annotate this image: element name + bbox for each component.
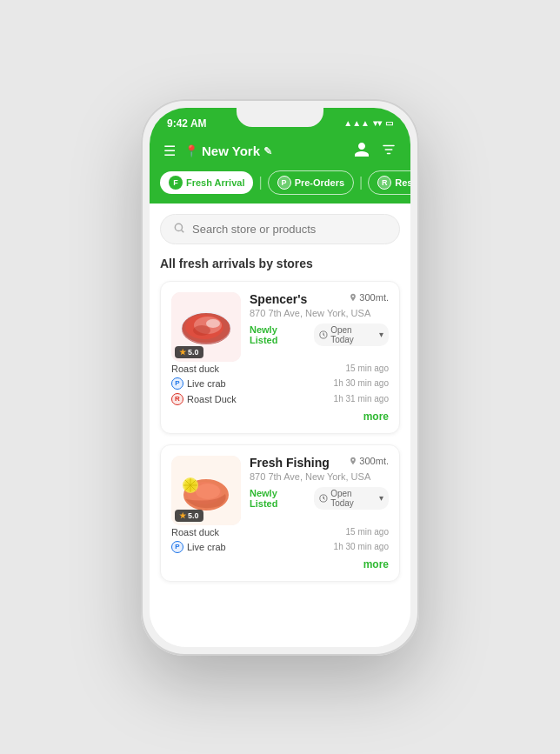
- product-name-cell: Roast duck: [171, 527, 219, 537]
- store-image-spencers: ★ 5.0: [171, 292, 241, 362]
- fresh-arrival-badge: F: [169, 176, 183, 190]
- wifi-icon: ▾▾: [373, 118, 382, 128]
- search-bar[interactable]: [160, 214, 400, 244]
- store-info-spencers: Spencer's 300mt. 870 7th Ave, New York, …: [250, 292, 389, 362]
- star-icon: ★: [179, 348, 186, 357]
- product-name: Roast duck: [171, 527, 219, 537]
- product-time: 15 min ago: [346, 364, 389, 373]
- signal-icon: ▲▲▲: [343, 118, 370, 128]
- more-link-spencers[interactable]: more: [171, 410, 389, 423]
- tab-pre-orders[interactable]: P Pre-Orders: [268, 170, 354, 195]
- star-icon: ★: [179, 511, 186, 520]
- more-link-fresh-fishing[interactable]: more: [171, 558, 389, 571]
- product-list-fresh-fishing: Roast duck 15 min ago P Live crab 1h 30 …: [171, 525, 389, 555]
- store-name: Fresh Fishing: [250, 456, 330, 470]
- search-icon: [173, 222, 185, 237]
- store-rating-spencers: ★ 5.0: [175, 346, 203, 358]
- pre-order-badge: P: [171, 377, 183, 390]
- main-content: All fresh arrivals by stores: [150, 204, 410, 647]
- store-meta: Newly Listed Open Today ▾: [250, 324, 389, 346]
- store-image-fresh-fishing: ★ 5.0: [171, 456, 241, 525]
- product-row: P Live crab 1h 30 min ago: [171, 539, 389, 555]
- svg-point-6: [193, 325, 210, 336]
- store-distance: 300mt.: [349, 456, 389, 466]
- section-title: All fresh arrivals by stores: [160, 257, 400, 270]
- store-top: ★ 5.0 Fresh Fishing 300mt.: [171, 456, 389, 525]
- status-time: 9:42 AM: [167, 117, 207, 130]
- store-name: Spencer's: [250, 292, 307, 306]
- dropdown-icon: ▾: [379, 330, 383, 339]
- profile-icon[interactable]: [353, 141, 370, 162]
- product-name: Live crab: [187, 378, 226, 389]
- product-time: 1h 30 min ago: [334, 378, 389, 388]
- product-time: 1h 31 min ago: [334, 394, 389, 404]
- menu-icon[interactable]: ☰: [163, 143, 176, 159]
- newly-listed-badge: Newly Listed: [250, 488, 307, 509]
- open-today-badge: Open Today ▾: [314, 324, 389, 346]
- filter-icon[interactable]: [381, 142, 397, 161]
- location-name: New York: [202, 143, 260, 158]
- svg-point-7: [206, 319, 220, 328]
- product-row: P Live crab 1h 30 min ago: [171, 376, 389, 391]
- store-distance: 300mt.: [349, 292, 389, 303]
- product-name: Roast Duck: [187, 394, 237, 404]
- svg-point-13: [196, 484, 220, 499]
- tab-reserve-label: Reserve: [395, 177, 410, 188]
- product-name: Roast duck: [171, 364, 219, 374]
- reserve-badge: R: [171, 393, 183, 405]
- svg-point-0: [175, 224, 182, 230]
- header-right: [353, 141, 397, 162]
- product-time: 15 min ago: [346, 527, 389, 537]
- tab-reserve[interactable]: R Reserve: [368, 170, 410, 195]
- newly-listed-badge: Newly Listed: [250, 324, 307, 345]
- product-row: R Roast Duck 1h 31 min ago: [171, 391, 389, 407]
- tab-fresh-arrival-label: Fresh Arrival: [186, 177, 244, 188]
- dropdown-icon: ▾: [379, 493, 383, 503]
- store-rating-fresh-fishing: ★ 5.0: [175, 510, 203, 522]
- product-name: Live crab: [187, 542, 226, 552]
- app-header: ☰ 📍 New York ✎: [150, 136, 410, 170]
- pre-order-badge: P: [171, 541, 183, 553]
- tab-pre-orders-label: Pre-Orders: [295, 177, 344, 188]
- store-meta: Newly Listed Open Today ▾: [250, 487, 389, 510]
- product-name-cell: Roast duck: [171, 364, 219, 374]
- product-name-cell: P Live crab: [171, 541, 226, 553]
- store-address: 870 7th Ave, New York, USA: [250, 308, 389, 318]
- location-display[interactable]: 📍 New York ✎: [184, 143, 272, 158]
- product-row: Roast duck 15 min ago: [171, 525, 389, 539]
- edit-icon[interactable]: ✎: [263, 145, 272, 157]
- phone-frame: 9:42 AM ▲▲▲ ▾▾ ▭ ☰ 📍 New York ✎: [141, 99, 419, 656]
- tab-divider-1: |: [258, 175, 262, 190]
- pre-orders-badge: P: [277, 176, 291, 190]
- store-name-row: Spencer's 300mt.: [250, 292, 389, 306]
- tab-bar: F Fresh Arrival | P Pre-Orders | R Reser…: [150, 170, 410, 204]
- product-list-spencers: Roast duck 15 min ago P Live crab 1h 30 …: [171, 362, 389, 407]
- status-icons: ▲▲▲ ▾▾ ▭: [343, 118, 393, 128]
- notch: [237, 108, 323, 127]
- battery-icon: ▭: [385, 118, 393, 128]
- store-card-fresh-fishing: ★ 5.0 Fresh Fishing 300mt.: [160, 444, 400, 582]
- store-address: 870 7th Ave, New York, USA: [250, 471, 389, 482]
- search-input[interactable]: [192, 223, 387, 236]
- store-top: ★ 5.0 Spencer's 300mt.: [171, 292, 389, 362]
- pin-icon: 📍: [184, 144, 198, 157]
- tab-fresh-arrival[interactable]: F Fresh Arrival: [160, 171, 253, 194]
- product-name-cell: P Live crab: [171, 377, 226, 390]
- product-row: Roast duck 15 min ago: [171, 362, 389, 376]
- store-card-spencers: ★ 5.0 Spencer's 300mt.: [160, 281, 400, 434]
- open-today-badge: Open Today ▾: [314, 487, 389, 510]
- phone-screen: 9:42 AM ▲▲▲ ▾▾ ▭ ☰ 📍 New York ✎: [150, 108, 410, 647]
- product-time: 1h 30 min ago: [334, 542, 389, 551]
- store-name-row: Fresh Fishing 300mt.: [250, 456, 389, 470]
- reserve-badge: R: [377, 176, 391, 190]
- store-info-fresh-fishing: Fresh Fishing 300mt. 870 7th Ave, New Yo…: [250, 456, 389, 525]
- svg-line-1: [182, 230, 184, 232]
- tab-divider-2: |: [359, 175, 363, 190]
- product-name-cell: R Roast Duck: [171, 393, 237, 405]
- header-left: ☰ 📍 New York ✎: [163, 143, 272, 159]
